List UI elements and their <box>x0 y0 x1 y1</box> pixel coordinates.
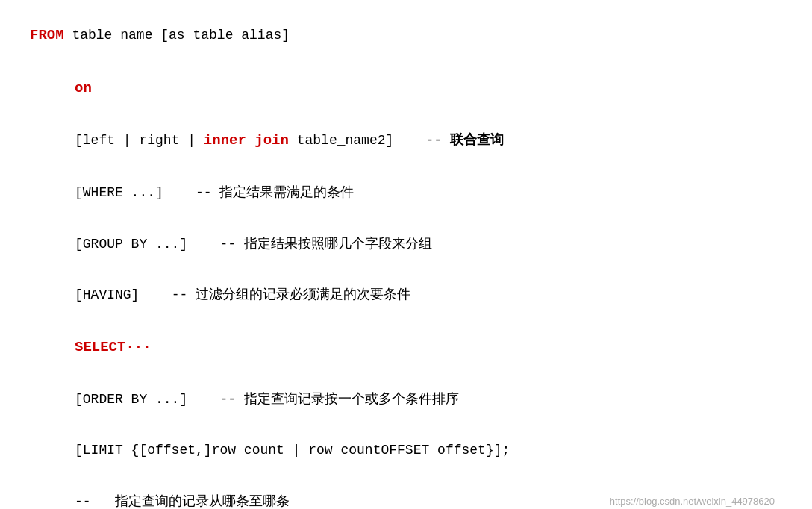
blank-line-1 <box>30 49 782 73</box>
comment-limit-desc: 指定查询的记录从哪条至哪条 <box>115 490 290 509</box>
line-limit: [LIMIT {[offset,]row_count | row_countOF… <box>30 438 782 462</box>
line-join: [left | right | inner join table_name2] … <box>30 128 782 153</box>
comment-dash-2: -- <box>163 181 220 204</box>
blank-line-8 <box>30 413 782 437</box>
text-groupby: [GROUP BY ...] <box>75 232 187 256</box>
line-where: [WHERE ...] -- 指定结果需满足的条件 <box>30 181 782 204</box>
text-limit: [LIMIT {[offset,]row_count | row_countOF… <box>75 438 510 462</box>
line-on: on <box>30 75 782 101</box>
comment-dash-4: -- <box>139 283 196 307</box>
line-select: SELECT··· <box>30 334 782 360</box>
blank-line-9 <box>30 464 782 488</box>
text-table-name2: table_name2] <box>289 128 393 152</box>
comment-dash-6: -- <box>75 490 115 509</box>
text-left: [left | <box>75 128 139 152</box>
comment-dash-3: -- <box>187 232 244 256</box>
text-right: right <box>139 128 179 152</box>
blank-line-3 <box>30 154 782 178</box>
blank-line-4 <box>30 206 782 230</box>
line-having: [HAVING] -- 过滤分组的记录必须满足的次要条件 <box>30 283 782 307</box>
comment-groupby-desc: 指定结果按照哪几个字段来分组 <box>244 232 432 256</box>
text-having: [HAVING] <box>75 283 139 307</box>
line-from: FROM table_name [as table_alias] <box>30 22 782 48</box>
text-table-name: table_name [as table_alias] <box>64 23 290 47</box>
blank-line-6 <box>30 309 782 333</box>
text-where: [WHERE ...] <box>75 181 163 204</box>
comment-dash-1: -- <box>393 128 450 152</box>
blank-line-5 <box>30 257 782 281</box>
keyword-on: on <box>75 75 92 101</box>
line-orderby: [ORDER BY ...] -- 指定查询记录按一个或多个条件排序 <box>30 387 782 411</box>
comment-orderby-desc: 指定查询记录按一个或多个条件排序 <box>244 387 459 411</box>
keyword-from: FROM <box>30 22 64 48</box>
comment-having-desc: 过滤分组的记录必须满足的次要条件 <box>196 283 410 307</box>
keyword-inner-join: inner join <box>204 128 289 153</box>
text-orderby: [ORDER BY ...] <box>75 387 187 411</box>
blank-line-2 <box>30 102 782 126</box>
keyword-select: SELECT··· <box>75 334 152 360</box>
comment-where-desc: 指定结果需满足的条件 <box>219 181 354 204</box>
comment-union-query: 联合查询 <box>450 128 504 152</box>
line-groupby: [GROUP BY ...] -- 指定结果按照哪几个字段来分组 <box>30 232 782 256</box>
code-block: FROM table_name [as table_alias] on [lef… <box>30 22 782 509</box>
blank-line-7 <box>30 361 782 385</box>
watermark: https://blog.csdn.net/weixin_44978620 <box>610 493 775 509</box>
comment-dash-5: -- <box>187 387 244 411</box>
text-pipe: | <box>179 128 203 152</box>
